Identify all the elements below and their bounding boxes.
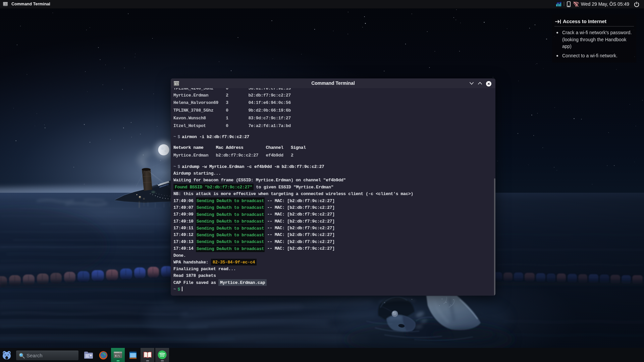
- svg-text:C:\: C:\: [115, 354, 120, 357]
